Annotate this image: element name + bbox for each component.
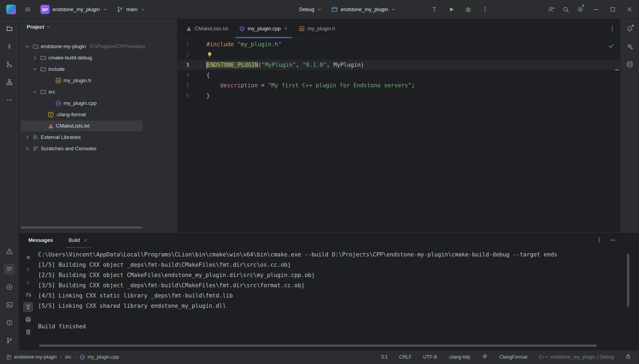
search-everywhere-button[interactable] bbox=[558, 0, 573, 19]
build-tab[interactable]: Build bbox=[68, 233, 89, 248]
status-line-separator[interactable]: CRLF bbox=[399, 354, 412, 360]
tree-item-cmakelists-txt[interactable]: CMakeLists.txt bbox=[19, 120, 177, 132]
tool-stripe-pull-requests[interactable] bbox=[4, 59, 15, 70]
window-maximize-button[interactable] bbox=[604, 0, 621, 19]
tool-stripe-more-tool-windows[interactable] bbox=[4, 94, 15, 106]
code-line-5[interactable]: 5 description = "My first C++ plugin for… bbox=[177, 80, 620, 91]
code-with-me-button[interactable] bbox=[544, 0, 558, 19]
scrollbar-marker bbox=[615, 69, 619, 71]
project-panel-header[interactable]: Project bbox=[19, 19, 177, 35]
console-line: C:\Users\Vincent\AppData\Local\Programs\… bbox=[38, 249, 628, 260]
build-button[interactable] bbox=[427, 0, 442, 19]
hide-panel-icon[interactable] bbox=[609, 236, 616, 243]
editor-tab-cmakelists-txt[interactable]: CMakeLists.txt bbox=[180, 19, 234, 38]
line-number[interactable]: 4 bbox=[177, 72, 191, 78]
chevron-right-icon[interactable] bbox=[24, 134, 31, 141]
tree-item-label: endstone-my-plugin bbox=[41, 44, 86, 49]
tool-stripe-messages[interactable] bbox=[4, 263, 15, 275]
tree-item-src[interactable]: src bbox=[19, 86, 177, 98]
tree-item-clang-format[interactable]: Y.clang-format bbox=[19, 109, 177, 120]
scroll-to-end-button[interactable] bbox=[24, 302, 33, 312]
tree-item-cmake-build-debug[interactable]: cmake-build-debug bbox=[19, 52, 177, 64]
status-resolve-context[interactable]: C++: endstone_my_plugin | Debug bbox=[539, 354, 614, 360]
window-minimize-button[interactable] bbox=[588, 0, 604, 19]
window-close-button[interactable] bbox=[621, 0, 638, 19]
run-button[interactable] bbox=[444, 0, 459, 19]
tool-stripe-services[interactable] bbox=[4, 281, 15, 293]
app-logo-button[interactable] bbox=[4, 0, 18, 19]
chevron-right-icon[interactable] bbox=[24, 145, 31, 152]
chevron-down-icon[interactable] bbox=[24, 43, 31, 50]
code-line-4[interactable]: 4{ bbox=[177, 70, 620, 80]
tool-stripe-problems[interactable] bbox=[4, 246, 15, 257]
main-menu-button[interactable] bbox=[21, 0, 35, 19]
chevron-down-icon[interactable] bbox=[32, 89, 38, 95]
clear-all-button[interactable] bbox=[24, 327, 33, 336]
tab-label: my_plugin.h bbox=[307, 26, 335, 32]
tree-item-include[interactable]: include bbox=[19, 64, 177, 75]
status-inspection-profile[interactable]: @ bbox=[482, 353, 488, 361]
intention-bulb-icon[interactable] bbox=[206, 51, 213, 58]
tab-close-icon[interactable] bbox=[283, 26, 288, 31]
tree-item-my-plugin-h[interactable]: Hmy_plugin.h bbox=[19, 75, 177, 86]
export-button[interactable] bbox=[24, 315, 33, 324]
tool-stripe-ai-assistant[interactable] bbox=[624, 41, 635, 52]
line-number[interactable]: 1 bbox=[177, 41, 191, 47]
previous-message-button[interactable] bbox=[24, 265, 33, 274]
vertical-scrollbar-thumb[interactable] bbox=[627, 254, 629, 307]
next-message-button[interactable] bbox=[24, 278, 33, 287]
line-number[interactable]: 5 bbox=[177, 82, 191, 88]
status-caret-position[interactable]: 3:1 bbox=[381, 354, 388, 360]
build-console[interactable]: C:\Users\Vincent\AppData\Local\Programs\… bbox=[38, 249, 628, 343]
editor-tab-my-plugin-cpp[interactable]: my_plugin.cpp bbox=[234, 19, 294, 38]
editor-tab-my-plugin-h[interactable]: Hmy_plugin.h bbox=[293, 19, 340, 38]
code-editor[interactable]: 1#include "my_plugin.h"23ENDSTONE_PLUGIN… bbox=[177, 38, 620, 232]
kebab-icon[interactable] bbox=[596, 236, 603, 243]
chevron-right-icon[interactable] bbox=[32, 55, 38, 61]
line-number[interactable]: 3 bbox=[177, 62, 191, 68]
tool-stripe-database[interactable] bbox=[624, 59, 635, 70]
line-number[interactable]: 2 bbox=[177, 52, 191, 58]
tree-item-endstone-my-plugin[interactable]: endstone-my-pluginD:\Projects\CPP\endsto… bbox=[19, 41, 177, 52]
file-yaml-icon: Y bbox=[48, 111, 54, 118]
tree-item-my-plugin-cpp[interactable]: my_plugin.cpp bbox=[19, 98, 177, 109]
tree-item-scratches-and-consoles[interactable]: Scratches and Consoles bbox=[19, 143, 177, 154]
code-token: , MyPlugin) bbox=[327, 62, 364, 68]
code-line-1[interactable]: 1#include "my_plugin.h" bbox=[177, 39, 620, 49]
vcs-branch-widget[interactable]: main bbox=[113, 4, 149, 15]
close-tab-icon[interactable] bbox=[83, 238, 88, 243]
status-encoding[interactable]: UTF-8 bbox=[423, 354, 437, 360]
structure-icon bbox=[6, 79, 13, 86]
chevron-down-icon[interactable] bbox=[32, 66, 38, 72]
tree-item-external-libraries[interactable]: External Libraries bbox=[19, 132, 177, 143]
breadcrumb-endstone-my-plugin[interactable]: endstone-my-plugin bbox=[6, 354, 57, 360]
code-line-6[interactable]: 6} bbox=[177, 91, 620, 101]
status-clang-tidy[interactable]: .clang-tidy bbox=[448, 354, 470, 360]
code-line-2[interactable]: 2 bbox=[177, 49, 620, 60]
run-config-selector[interactable]: endstone_my_plugin bbox=[328, 4, 399, 15]
horizontal-scrollbar-thumb[interactable] bbox=[21, 226, 142, 229]
horizontal-scrollbar-thumb[interactable] bbox=[39, 345, 597, 347]
tool-stripe-commit[interactable] bbox=[4, 41, 15, 52]
tool-stripe-project[interactable] bbox=[4, 23, 15, 34]
stop-button[interactable] bbox=[24, 253, 33, 262]
status-write-access[interactable] bbox=[625, 353, 631, 361]
breadcrumb-my-plugin-cpp[interactable]: my_plugin.cpp bbox=[79, 354, 119, 360]
tool-stripe-structure[interactable] bbox=[4, 76, 15, 88]
tool-stripe-git[interactable] bbox=[4, 335, 15, 346]
soft-wrap-button[interactable] bbox=[24, 290, 33, 299]
project-widget[interactable]: EP endstone_my_plugin bbox=[37, 3, 111, 16]
debug-button[interactable] bbox=[461, 0, 476, 19]
code-line-3[interactable]: 3ENDSTONE_PLUGIN("MyPlugin", "0.1.0", My… bbox=[177, 60, 620, 70]
line-number[interactable]: 6 bbox=[177, 93, 191, 99]
tool-stripe-inspection-results[interactable] bbox=[4, 317, 15, 328]
status-clang-format[interactable]: ClangFormat bbox=[499, 354, 527, 360]
settings-button[interactable] bbox=[573, 0, 588, 19]
breadcrumb-src[interactable]: src bbox=[65, 354, 71, 360]
tab-options-button[interactable] bbox=[609, 19, 616, 38]
tool-stripe-notifications[interactable] bbox=[624, 23, 635, 34]
more-run-actions-button[interactable] bbox=[478, 0, 492, 19]
tool-stripe-terminal[interactable] bbox=[4, 299, 15, 310]
debug-mode-selector[interactable]: Debug bbox=[296, 4, 326, 15]
inspections-ok-icon[interactable] bbox=[608, 42, 615, 49]
